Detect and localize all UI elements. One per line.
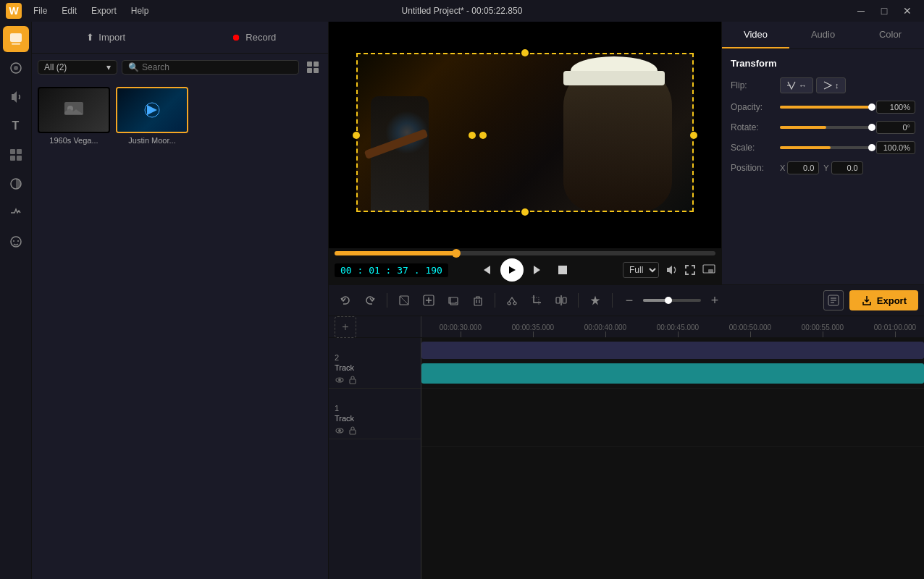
add-track-button[interactable]: + (335, 316, 356, 338)
svg-rect-21 (708, 269, 713, 273)
import-icon: ⬆ (86, 32, 94, 43)
window-title: Untitled Project* - 00:05:22.850 (402, 6, 523, 16)
maximize-button[interactable]: □ (873, 4, 895, 18)
menu-help[interactable]: Help (125, 4, 155, 17)
scale-slider[interactable] (780, 146, 872, 149)
fullscreen-button[interactable] (684, 263, 697, 276)
pip-button[interactable] (702, 263, 715, 276)
split-tool[interactable] (550, 290, 572, 311)
timeline: + 00:00:30.000 00:00:35.000 00:00:40.000… (329, 316, 924, 579)
svg-rect-0 (10, 33, 22, 42)
sidebar-item-audio[interactable] (3, 84, 29, 110)
preview-controls: 00 : 01 : 37 . 190 (329, 248, 721, 284)
progress-bar[interactable] (335, 251, 715, 255)
next-frame-button[interactable] (528, 260, 548, 280)
select-tool[interactable] (393, 290, 415, 311)
timeline-track-labels: 2 Track 1 T (329, 338, 421, 579)
menu-file[interactable]: File (28, 4, 53, 17)
tab-color[interactable]: Color (857, 22, 924, 48)
sidebar: T (0, 22, 32, 579)
pos-y-value: 0.0 (831, 161, 863, 174)
table-row[interactable] (421, 389, 924, 447)
add-clip-button[interactable] (418, 290, 440, 311)
timeline-ruler: 00:00:30.000 00:00:35.000 00:00:40.000 0… (421, 316, 924, 337)
opacity-row: Opacity: 100% (731, 101, 915, 114)
toolbar: − + Export (329, 284, 924, 316)
sidebar-item-effects[interactable] (3, 55, 29, 81)
delete-clip-button[interactable] (467, 290, 489, 311)
preview-video (329, 22, 721, 248)
menu-edit[interactable]: Edit (56, 4, 83, 17)
marker-button[interactable] (584, 290, 606, 311)
track-clip[interactable] (421, 363, 924, 384)
flip-vertical-button[interactable]: ↕ (816, 77, 846, 93)
sidebar-item-text[interactable]: T (3, 113, 29, 139)
transform-section-title: Transform (731, 58, 915, 69)
sidebar-item-media[interactable] (3, 26, 29, 52)
track-label-2: 2 Track (329, 338, 421, 389)
redo-button[interactable] (359, 290, 381, 311)
sidebar-item-transitions[interactable] (3, 200, 29, 226)
rotate-slider[interactable] (780, 126, 872, 129)
zoom-in-button[interactable]: + (704, 290, 726, 311)
media-thumbnail-selected (116, 87, 188, 133)
table-row[interactable] (421, 338, 924, 389)
record-label: Record (245, 32, 276, 43)
media-item-label: 1960s Vega... (49, 136, 98, 145)
tab-audio[interactable]: Audio (789, 22, 857, 48)
filter-chevron-icon: ▾ (106, 62, 111, 72)
menu-export[interactable]: Export (85, 4, 122, 17)
list-item[interactable]: 1960s Vega... (38, 87, 110, 145)
grid-view-button[interactable] (303, 58, 322, 77)
crop-tool[interactable] (526, 290, 547, 311)
track-lock-button[interactable] (348, 375, 358, 385)
play-button[interactable] (500, 258, 524, 282)
timeline-tracks (421, 338, 924, 579)
track-visibility-button[interactable] (335, 375, 345, 385)
sidebar-item-sticker[interactable] (3, 229, 29, 255)
pos-y-label: Y (823, 164, 828, 172)
close-button[interactable]: ✕ (896, 4, 918, 18)
undo-button[interactable] (335, 290, 356, 311)
minimize-button[interactable]: ─ (850, 4, 872, 18)
tab-import[interactable]: ⬆ Import (32, 22, 180, 53)
svg-point-29 (513, 302, 516, 305)
tab-record[interactable]: ⏺ Record (180, 22, 329, 53)
svg-rect-14 (307, 68, 312, 73)
track-visibility-button[interactable] (335, 426, 345, 436)
svg-rect-4 (10, 149, 15, 154)
svg-rect-1 (12, 43, 20, 45)
settings-button[interactable] (823, 290, 844, 310)
track-lock-button[interactable] (348, 426, 358, 436)
record-icon: ⏺ (232, 32, 241, 43)
prev-frame-button[interactable] (476, 260, 496, 280)
stop-button[interactable] (553, 260, 573, 280)
rotate-row: Rotate: 0° (731, 121, 915, 134)
zoom-out-button[interactable]: − (618, 290, 640, 311)
time-display: 00 : 01 : 37 . 190 (335, 263, 448, 277)
cut-tool[interactable] (501, 290, 523, 311)
export-label: Export (877, 295, 907, 306)
svg-point-11 (17, 240, 19, 242)
list-item[interactable]: Justin Moor... (116, 87, 188, 145)
volume-button[interactable] (665, 263, 678, 276)
svg-rect-39 (350, 379, 356, 384)
flip-label: Flip: (731, 80, 774, 90)
track-clip-overlay[interactable] (421, 342, 924, 359)
zoom-slider[interactable] (643, 299, 701, 302)
export-button[interactable]: Export (849, 290, 918, 310)
sidebar-item-color[interactable] (3, 171, 29, 197)
search-input[interactable] (142, 62, 293, 72)
flip-horizontal-button[interactable]: ↔ (780, 77, 813, 93)
svg-rect-13 (314, 62, 319, 67)
quality-selector[interactable]: Full (623, 262, 659, 278)
svg-rect-12 (307, 62, 312, 67)
tab-video[interactable]: Video (722, 22, 789, 48)
rotate-label: Rotate: (731, 122, 774, 132)
opacity-slider[interactable] (780, 106, 872, 109)
svg-point-10 (13, 240, 14, 242)
sidebar-item-templates[interactable] (3, 142, 29, 168)
timeline-body: 2 Track 1 T (329, 338, 924, 579)
copy-clip-button[interactable] (442, 290, 464, 311)
media-filter-dropdown[interactable]: All (2) ▾ (38, 60, 117, 75)
